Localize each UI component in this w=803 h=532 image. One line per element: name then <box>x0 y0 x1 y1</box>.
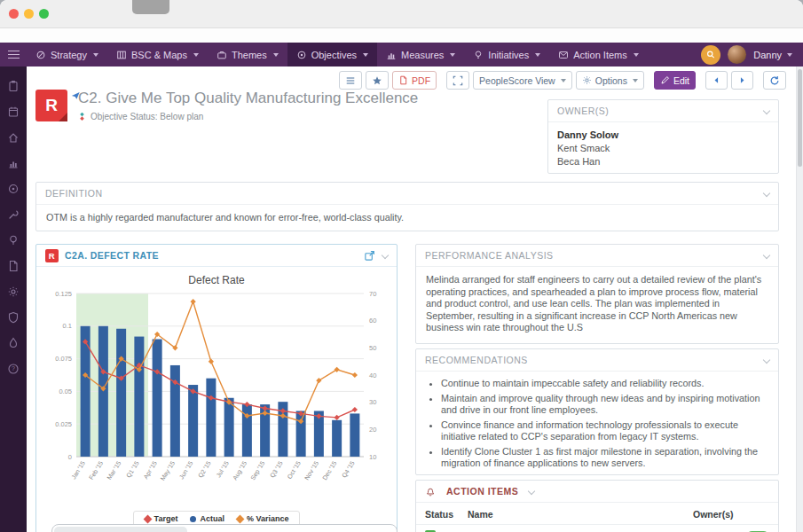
scrollbar-thumb[interactable] <box>798 69 802 167</box>
sidebar-item-security[interactable] <box>0 309 27 325</box>
svg-text:60: 60 <box>369 317 376 325</box>
window-minimize-button[interactable] <box>24 9 34 19</box>
nav-item-action-items[interactable]: Action Items <box>549 43 648 66</box>
user-menu[interactable]: Danny <box>753 50 792 60</box>
star-button[interactable] <box>366 71 389 90</box>
edit-button[interactable]: Edit <box>654 71 696 90</box>
chevron-down-icon <box>93 53 98 57</box>
browser-toolbar-strip <box>0 28 803 43</box>
next-button[interactable] <box>731 71 753 90</box>
svg-text:Apr '15: Apr '15 <box>142 460 158 481</box>
sidebar-item-ideas[interactable] <box>0 232 27 247</box>
calendar-icon <box>7 106 20 118</box>
avatar[interactable] <box>728 45 746 64</box>
sidebar-item-help[interactable]: ? <box>0 361 27 376</box>
svg-text:Q4 '15: Q4 '15 <box>341 460 357 480</box>
prev-button[interactable] <box>705 71 728 90</box>
sidebar-item-charts[interactable] <box>0 155 27 170</box>
icon-sidebar: ? <box>0 66 27 532</box>
app-window: Strategy BSC & Maps Themes Objectives Me… <box>0 0 803 532</box>
chevron-down-icon <box>450 53 455 57</box>
owners-header-label: OWNER(S) <box>557 106 609 116</box>
file-icon <box>7 260 20 272</box>
cascade-icon <box>71 91 81 101</box>
flame-icon <box>7 337 20 349</box>
svg-text:Q1 '15: Q1 '15 <box>125 460 141 480</box>
chart-scrollbar[interactable] <box>51 524 398 532</box>
recommendations-header-label: RECOMMENDATIONS <box>425 355 528 365</box>
envelope-icon <box>558 50 569 60</box>
lightbulb-icon <box>473 50 484 60</box>
legend-item[interactable]: Target <box>145 514 178 523</box>
legend-marker <box>190 516 196 522</box>
collapse-chevron-icon[interactable] <box>528 488 535 495</box>
definition-header-label: DEFINITION <box>45 188 103 199</box>
recommendations-card: RECOMMENDATIONS Continue to maintain imp… <box>415 348 779 475</box>
sidebar-item-hot[interactable] <box>0 335 27 350</box>
nav-item-objectives[interactable]: Objectives <box>287 43 377 66</box>
definition-card: DEFINITION OTM is a highly regarded manu… <box>35 182 779 231</box>
external-link-icon[interactable] <box>364 250 375 262</box>
window-zoom-button[interactable] <box>39 9 49 19</box>
collapse-chevron-icon[interactable] <box>763 190 770 197</box>
pdf-file-icon <box>398 75 408 85</box>
page-toolbar: PDF PeopleScore View Options Edit <box>339 71 786 90</box>
owners-card: OWNER(S) Danny Solow Kent Smack Beca Han <box>547 99 779 174</box>
collapse-chevron-icon[interactable] <box>763 107 770 114</box>
legend-item[interactable]: Actual <box>190 514 224 523</box>
sidebar-item-compass[interactable] <box>0 181 27 196</box>
window-close-button[interactable] <box>9 9 19 19</box>
vertical-scrollbar[interactable] <box>796 66 803 532</box>
pdf-button[interactable]: PDF <box>392 71 437 90</box>
column-status: Status <box>425 509 468 520</box>
measure-card: R C2A. DEFECT RATE Defect Rate Currently… <box>35 244 398 532</box>
browser-tab[interactable] <box>132 0 169 14</box>
sidebar-item-settings[interactable] <box>0 284 27 299</box>
sidebar-item-clipboard[interactable] <box>0 78 27 93</box>
collapse-chevron-icon[interactable] <box>763 252 770 259</box>
sidebar-item-calendar[interactable] <box>0 104 27 119</box>
briefcase-icon <box>216 50 227 60</box>
measure-title[interactable]: C2A. DEFECT RATE <box>65 250 159 261</box>
sidebar-item-home[interactable] <box>0 129 27 145</box>
strategy-icon <box>35 50 46 60</box>
recommendation-item: Maintain and improve quality through new… <box>441 393 769 417</box>
page-title: C2. Give Me Top Quality Manufacturing Ex… <box>78 90 418 107</box>
sidebar-item-documents[interactable] <box>0 258 27 273</box>
svg-text:0.075: 0.075 <box>55 355 72 363</box>
view-dropdown[interactable]: PeopleScore View <box>473 71 572 90</box>
list-view-button[interactable] <box>339 71 362 90</box>
performance-header: PERFORMANCE ANALYSIS <box>416 245 778 267</box>
wrench-icon <box>7 208 20 221</box>
collapse-chevron-icon[interactable] <box>763 356 770 364</box>
recommendation-item: Convince finance and information technol… <box>441 419 769 443</box>
options-dropdown[interactable]: Options <box>576 71 644 90</box>
pencil-icon <box>660 75 670 85</box>
nav-item-themes[interactable]: Themes <box>208 43 287 66</box>
nav-item-initiatives[interactable]: Initiatives <box>464 43 549 66</box>
sidebar-item-tools[interactable] <box>0 207 27 222</box>
help-icon: ? <box>7 363 20 375</box>
nav-item-measures[interactable]: Measures <box>377 43 464 66</box>
svg-text:0.1: 0.1 <box>63 322 72 330</box>
bell-icon <box>425 486 436 497</box>
performance-header-label: PERFORMANCE ANALYSIS <box>425 250 554 261</box>
chart-scrollbar-thumb[interactable] <box>54 527 187 532</box>
menu-toggle-button[interactable] <box>0 43 27 66</box>
search-button[interactable] <box>701 45 720 65</box>
frame-view-button[interactable] <box>446 71 469 90</box>
objective-status: Objective Status: Below plan <box>78 112 418 121</box>
owner-name: Beca Han <box>557 155 769 168</box>
refresh-button[interactable] <box>763 71 786 90</box>
edit-label: Edit <box>673 75 689 86</box>
nav-item-bsc-maps[interactable]: BSC & Maps <box>107 43 208 66</box>
nav-item-strategy[interactable]: Strategy <box>27 43 107 66</box>
definition-header: DEFINITION <box>36 183 778 205</box>
svg-text:Q2 '15: Q2 '15 <box>197 460 213 480</box>
legend-item[interactable]: % Variance <box>237 514 289 523</box>
collapse-chevron-icon[interactable] <box>382 252 389 259</box>
list-icon <box>345 75 356 86</box>
svg-text:50: 50 <box>369 344 376 352</box>
chevron-down-icon <box>787 53 792 57</box>
recommendations-header: RECOMMENDATIONS <box>416 349 778 372</box>
